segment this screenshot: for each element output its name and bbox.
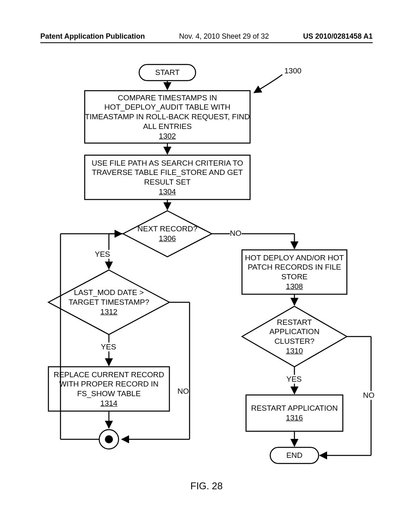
label-1310-yes: YES <box>286 375 302 384</box>
step-1304: USE FILE PATH AS SEARCH CRITERIA TO TRAV… <box>85 157 250 197</box>
step-1304-ref: 1304 <box>159 187 176 197</box>
step-1302-ref: 1302 <box>159 131 176 141</box>
decision-1310-text: RESTART APPLICATION CLUSTER? <box>254 318 335 346</box>
label-1306-yes: YES <box>95 250 110 259</box>
decision-1310: RESTART APPLICATION CLUSTER? 1310 <box>254 316 335 357</box>
label-1312-no: NO <box>177 387 189 396</box>
step-1314-text: REPLACE CURRENT RECORD WITH PROPER RECOR… <box>48 370 169 399</box>
decision-1312-text: LAST_MOD DATE > TARGET TIMESTAMP? <box>63 288 155 307</box>
step-1308-ref: 1308 <box>286 282 303 291</box>
step-1316-text: RESTART APPLICATION <box>251 403 338 413</box>
header-mid: Nov. 4, 2010 Sheet 29 of 32 <box>179 32 269 41</box>
svg-point-24 <box>105 435 113 443</box>
label-1310-no: NO <box>363 391 375 400</box>
page-header: Patent Application Publication Nov. 4, 2… <box>40 32 373 43</box>
end-label: END <box>286 451 302 460</box>
step-1316-ref: 1316 <box>286 413 303 423</box>
header-left: Patent Application Publication <box>40 32 145 41</box>
flowchart-canvas: START COMPARE TIMESTAMPS IN HOT_DEPLOY_A… <box>0 56 413 500</box>
label-1312-yes: YES <box>101 343 116 351</box>
step-1304-text: USE FILE PATH AS SEARCH CRITERIA TO TRAV… <box>85 158 250 187</box>
figure-ref-1300: 1300 <box>284 66 301 75</box>
step-1314-ref: 1314 <box>100 399 117 408</box>
decision-1306: NEXT RECORD? 1306 <box>133 220 202 248</box>
step-1314: REPLACE CURRENT RECORD WITH PROPER RECOR… <box>48 369 169 409</box>
step-1308-text: HOT DEPLOY AND/OR HOT PATCH RECORDS IN F… <box>242 253 347 282</box>
decision-1312-ref: 1312 <box>100 307 117 317</box>
figure-caption: FIG. 28 <box>0 480 413 492</box>
start-terminator: START <box>139 64 196 81</box>
start-label: START <box>155 68 180 77</box>
decision-1312: LAST_MOD DATE > TARGET TIMESTAMP? 1312 <box>63 282 155 322</box>
end-terminator: END <box>270 447 319 463</box>
decision-1306-ref: 1306 <box>159 234 176 243</box>
step-1302-text: COMPARE TIMESTAMPS IN HOT_DEPLOY_AUDIT T… <box>85 93 250 131</box>
label-1306-no: NO <box>230 229 242 238</box>
step-1302: COMPARE TIMESTAMPS IN HOT_DEPLOY_AUDIT T… <box>85 93 250 141</box>
step-1308: HOT DEPLOY AND/OR HOT PATCH RECORDS IN F… <box>242 252 347 292</box>
step-1316: RESTART APPLICATION 1316 <box>246 397 343 429</box>
decision-1306-text: NEXT RECORD? <box>138 224 198 234</box>
decision-1310-ref: 1310 <box>286 346 303 356</box>
header-right: US 2010/0281458 A1 <box>303 32 373 41</box>
